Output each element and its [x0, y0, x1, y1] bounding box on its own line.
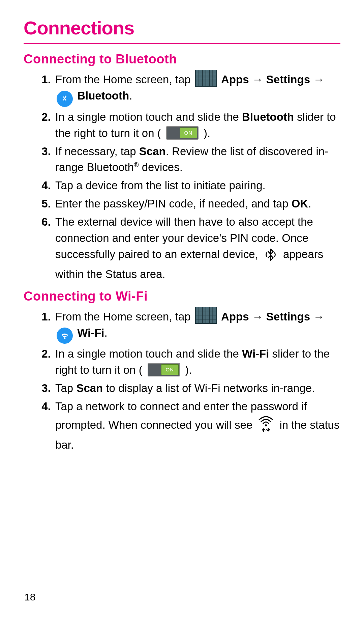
bold-text: Scan [76, 382, 103, 394]
registered-mark: ® [134, 161, 139, 168]
arrow-icon: → [252, 310, 266, 323]
bold-text: Wi-Fi [242, 347, 269, 360]
text: From the Home screen, tap [55, 73, 194, 86]
bluetooth-paired-status-icon [263, 247, 278, 266]
steps-bluetooth: From the Home screen, tap Apps → Setting… [24, 70, 340, 282]
wifi-step-1: From the Home screen, tap Apps → Setting… [54, 307, 340, 344]
wifi-step-3: Tap Scan to display a list of Wi-Fi netw… [54, 380, 340, 396]
bold-text: OK [292, 197, 308, 210]
text: . [308, 197, 311, 210]
text: Tap [55, 382, 76, 394]
text: In a single motion touch and slide the [55, 111, 242, 123]
wifi-label: Wi-Fi [77, 327, 104, 339]
bluetooth-icon [57, 91, 73, 107]
toggle-knob: ON [180, 128, 197, 138]
title-divider [24, 43, 340, 44]
apps-grid-icon [195, 70, 217, 87]
apps-label: Apps [221, 310, 249, 323]
text: ). [204, 127, 210, 139]
toggle-on-icon: ON [148, 363, 180, 376]
steps-wifi: From the Home screen, tap Apps → Setting… [24, 307, 340, 453]
bt-step-5: Enter the passkey/PIN code, if needed, a… [54, 196, 340, 212]
wifi-icon [57, 328, 73, 344]
settings-label: Settings [266, 310, 310, 323]
bt-step-4: Tap a device from the list to initiate p… [54, 177, 340, 194]
text: In a single motion touch and slide the [55, 347, 242, 360]
arrow-icon: → [252, 73, 266, 86]
wifi-step-4: Tap a network to connect and enter the p… [54, 398, 340, 453]
apps-label: Apps [221, 73, 249, 86]
arrow-icon: → [313, 310, 324, 323]
bt-step-1: From the Home screen, tap Apps → Setting… [54, 70, 340, 107]
period: . [129, 89, 132, 102]
page-number: 18 [24, 591, 35, 603]
svg-point-0 [265, 424, 267, 426]
toggle-on-icon: ON [166, 126, 199, 140]
text: From the Home screen, tap [55, 310, 194, 323]
text: devices. [139, 161, 183, 173]
page-title: Connections [24, 17, 340, 39]
arrow-icon: → [313, 73, 324, 86]
wifi-step-2: In a single motion touch and slide the W… [54, 346, 340, 378]
apps-grid-icon [195, 307, 217, 324]
text: to display a list of Wi-Fi networks in-r… [103, 382, 315, 394]
text: Enter the passkey/PIN code, if needed, a… [55, 197, 292, 210]
text: If necessary, tap [55, 145, 139, 158]
bt-step-2: In a single motion touch and slide the B… [54, 109, 340, 141]
bold-text: Scan [139, 145, 166, 158]
bt-step-3: If necessary, tap Scan. Review the list … [54, 143, 340, 176]
section-heading-wifi: Connecting to Wi-Fi [24, 289, 340, 304]
settings-label: Settings [266, 73, 310, 86]
bold-text: Bluetooth [242, 111, 294, 123]
text: ). [185, 364, 192, 376]
toggle-knob: ON [161, 364, 179, 375]
section-heading-bluetooth: Connecting to Bluetooth [24, 52, 340, 66]
bluetooth-label: Bluetooth [77, 89, 129, 102]
bt-step-6: The external device will then have to al… [54, 214, 340, 282]
period: . [104, 327, 108, 339]
wifi-connected-status-icon [257, 415, 274, 437]
